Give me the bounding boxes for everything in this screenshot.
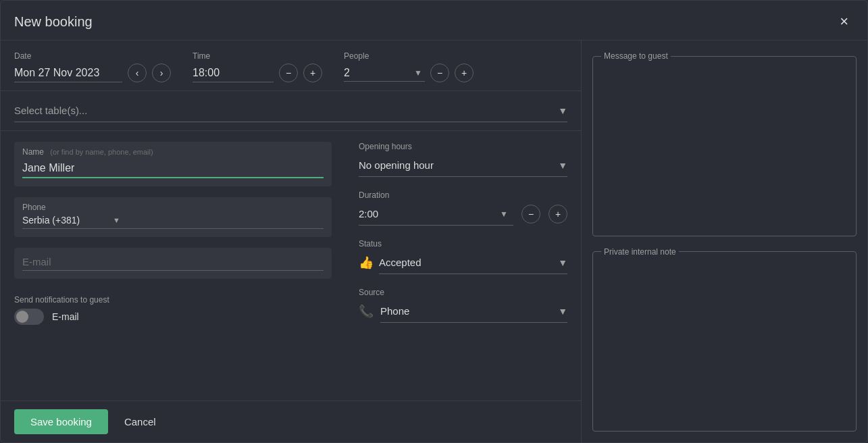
notifications-row: Send notifications to guest E-mail	[14, 295, 332, 325]
source-value: Phone	[380, 305, 409, 317]
source-dropdown[interactable]: Phone ▼	[380, 300, 567, 323]
phone-input[interactable]	[126, 215, 324, 226]
message-textarea[interactable]	[601, 66, 848, 134]
booking-section: Opening hours No opening hour ▼ Duration	[359, 142, 567, 390]
people-row: 1 2 3 4 5 6 ▼ − +	[344, 63, 474, 82]
duration-decrement-button[interactable]: −	[521, 205, 540, 224]
duration-group: Duration 0:30 1:00 1:30 2:00 2:30 3:00	[359, 190, 567, 226]
duration-row: 0:30 1:00 1:30 2:00 2:30 3:00 ▼ −	[359, 203, 567, 226]
source-label: Source	[359, 288, 567, 297]
status-group: Status 👍 Accepted ▼	[359, 239, 567, 274]
people-increment-button[interactable]: +	[455, 63, 474, 82]
opening-hours-group: Opening hours No opening hour ▼	[359, 142, 567, 177]
message-fieldset: Message to guest	[592, 51, 857, 236]
status-chevron-icon: ▼	[558, 257, 567, 268]
status-label: Status	[359, 239, 567, 249]
people-decrement-button[interactable]: −	[430, 63, 449, 82]
time-label: Time	[193, 51, 322, 61]
top-row: Date ‹ › Time − +	[1, 41, 581, 91]
duration-label: Duration	[359, 190, 567, 200]
status-value: Accepted	[379, 257, 422, 268]
date-prev-button[interactable]: ‹	[128, 63, 147, 82]
phone-field-wrapper: Phone Serbia (+381) United States (+1) G…	[14, 197, 332, 237]
source-group: Source 📞 Phone ▼	[359, 288, 567, 323]
save-button[interactable]: Save booking	[14, 409, 108, 434]
time-increment-button[interactable]: +	[303, 63, 322, 82]
time-field-group: Time − +	[193, 51, 322, 82]
opening-hours-chevron-icon: ▼	[558, 160, 567, 171]
notifications-label: Send notifications to guest	[14, 295, 332, 305]
date-label: Date	[14, 51, 171, 61]
new-booking-modal: New booking × Date ‹ › Time	[0, 0, 868, 443]
modal-body: Date ‹ › Time − +	[1, 41, 867, 442]
phone-label: Phone	[22, 203, 324, 212]
toggle-email-label: E-mail	[52, 311, 79, 322]
phone-row: Serbia (+381) United States (+1) Germany…	[22, 215, 324, 229]
toggle-row: E-mail	[14, 309, 332, 325]
opening-hours-label: Opening hours	[359, 142, 567, 151]
date-row: ‹ ›	[14, 63, 171, 82]
phone-source-icon: 📞	[359, 304, 374, 319]
guest-section: Name (or find by name, phone, email) Pho…	[14, 142, 332, 390]
email-field-wrapper	[14, 248, 332, 279]
people-field-group: People 1 2 3 4 5 6 ▼	[344, 51, 474, 82]
date-input[interactable]	[14, 64, 122, 82]
modal-footer: Save booking Cancel	[1, 400, 581, 442]
table-select-label: Select table(s)...	[14, 105, 87, 116]
modal-title: New booking	[14, 14, 93, 30]
opening-hours-value: No opening hour	[359, 159, 434, 171]
date-next-button[interactable]: ›	[152, 63, 171, 82]
name-label-hint: (or find by name, phone, email)	[50, 148, 153, 156]
right-panel: Message to guest Private internal note	[582, 41, 867, 442]
note-fieldset: Private internal note	[592, 247, 857, 432]
country-select[interactable]: Serbia (+381) United States (+1) Germany…	[22, 215, 110, 226]
email-input[interactable]	[22, 253, 324, 271]
people-select[interactable]: 1 2 3 4 5 6	[344, 64, 425, 82]
name-input[interactable]	[22, 159, 324, 178]
source-row: 📞 Phone ▼	[359, 300, 567, 323]
notifications-toggle[interactable]	[14, 309, 44, 325]
table-select-dropdown[interactable]: Select table(s)... ▼	[14, 99, 567, 122]
country-select-wrapper: Serbia (+381) United States (+1) Germany…	[22, 215, 120, 226]
name-label: Name (or find by name, phone, email)	[22, 147, 324, 157]
note-legend: Private internal note	[601, 247, 679, 257]
source-chevron-icon: ▼	[558, 306, 567, 317]
status-dropdown[interactable]: Accepted ▼	[379, 251, 567, 274]
name-field-wrapper: Name (or find by name, phone, email)	[14, 142, 332, 186]
people-label: People	[344, 51, 474, 61]
modal-header: New booking ×	[1, 1, 867, 41]
main-content: Name (or find by name, phone, email) Pho…	[1, 131, 581, 400]
opening-hours-dropdown[interactable]: No opening hour ▼	[359, 154, 567, 177]
name-label-text: Name	[22, 147, 44, 157]
status-row: 👍 Accepted ▼	[359, 251, 567, 274]
message-legend: Message to guest	[601, 51, 671, 61]
duration-select[interactable]: 0:30 1:00 1:30 2:00 2:30 3:00	[359, 203, 513, 226]
cancel-button[interactable]: Cancel	[119, 409, 161, 434]
duration-increment-button[interactable]: +	[548, 205, 567, 224]
close-button[interactable]: ×	[834, 11, 854, 32]
time-input[interactable]	[193, 64, 274, 82]
note-textarea[interactable]	[601, 262, 848, 330]
toggle-slider	[14, 309, 44, 325]
date-field-group: Date ‹ ›	[14, 51, 171, 82]
left-panel: Date ‹ › Time − +	[1, 41, 582, 442]
time-decrement-button[interactable]: −	[279, 63, 298, 82]
thumbs-up-icon: 👍	[359, 255, 374, 270]
time-row: − +	[193, 63, 322, 82]
table-select-row: Select table(s)... ▼	[1, 91, 581, 131]
table-select-chevron-icon: ▼	[558, 105, 567, 116]
